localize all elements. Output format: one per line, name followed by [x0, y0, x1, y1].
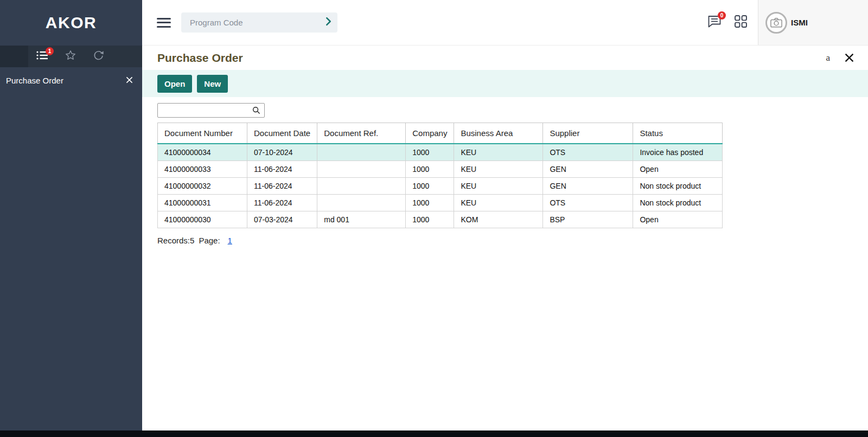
table-cell: 41000000031 — [158, 195, 247, 211]
corner-char: a — [826, 53, 830, 63]
table-cell: 1000 — [406, 195, 454, 211]
sidebar-item-label: Purchase Order — [6, 76, 63, 85]
star-icon — [65, 49, 76, 63]
column-header[interactable]: Document Ref. — [317, 123, 406, 144]
table-cell: 11-06-2024 — [247, 178, 317, 195]
open-programs-badge: 1 — [46, 47, 54, 55]
content: Document NumberDocument DateDocument Ref… — [142, 97, 868, 437]
table-cell: KOM — [454, 211, 543, 228]
program-code-input[interactable] — [189, 17, 326, 28]
messages-button[interactable]: 0 — [707, 15, 722, 30]
column-header[interactable]: Supplier — [543, 123, 633, 144]
table-cell: Open — [633, 211, 723, 228]
table-cell: 41000000030 — [158, 211, 247, 228]
table-cell — [317, 161, 406, 178]
app-logo: AKOR — [46, 14, 97, 32]
messages-badge: 0 — [718, 11, 726, 20]
column-header[interactable]: Document Number — [158, 123, 247, 144]
camera-icon — [770, 17, 782, 28]
column-header[interactable]: Business Area — [454, 123, 543, 144]
page-number-link[interactable]: 1 — [228, 236, 232, 245]
hamburger-menu-icon[interactable] — [157, 15, 171, 30]
page-title-row: Purchase Order a — [142, 46, 868, 70]
page-label: Page: — [199, 236, 220, 245]
user-menu[interactable]: ISMI — [758, 0, 868, 45]
table-cell: GEN — [543, 178, 633, 195]
table-cell: 11-06-2024 — [247, 161, 317, 178]
avatar — [765, 12, 787, 34]
po-table-body: 4100000003407-10-20241000KEUOTSInvoice h… — [158, 144, 723, 228]
history-icon — [93, 49, 105, 63]
table-cell: Open — [633, 161, 723, 178]
table-cell: 1000 — [406, 211, 454, 228]
page-title: Purchase Order — [157, 52, 243, 65]
open-button[interactable]: Open — [157, 75, 192, 93]
table-cell: OTS — [543, 144, 633, 161]
app-window: AKOR 1 — [0, 0, 868, 437]
sidebar-tab-history[interactable] — [85, 46, 113, 67]
column-header[interactable]: Status — [633, 123, 723, 144]
table-cell: KEU — [454, 195, 543, 211]
table-row[interactable]: 4100000003111-06-20241000KEUOTSNon stock… — [158, 195, 723, 211]
table-cell: Non stock product — [633, 178, 723, 195]
table-cell: 1000 — [406, 144, 454, 161]
table-cell: 07-10-2024 — [247, 144, 317, 161]
table-cell: KEU — [454, 161, 543, 178]
table-cell: 11-06-2024 — [247, 195, 317, 211]
table-search-box — [157, 103, 265, 118]
sidebar-tabstrip: 1 — [0, 46, 142, 67]
username: ISMI — [791, 18, 808, 27]
window-bottom-edge — [0, 430, 868, 437]
column-header[interactable]: Company — [406, 123, 454, 144]
table-cell: OTS — [543, 195, 633, 211]
table-footer: Records:5 Page: 1 — [157, 236, 868, 245]
sidebar-tab-open-programs[interactable]: 1 — [28, 46, 56, 67]
table-cell: GEN — [543, 161, 633, 178]
sidebar: AKOR 1 — [0, 0, 142, 437]
table-cell: 41000000032 — [158, 178, 247, 195]
table-cell — [317, 144, 406, 161]
table-search-input[interactable] — [161, 106, 252, 115]
table-cell: 1000 — [406, 161, 454, 178]
table-cell: KEU — [454, 144, 543, 161]
program-code-search — [181, 12, 337, 33]
table-cell: Invoice has posted — [633, 144, 723, 161]
po-table-header-row: Document NumberDocument DateDocument Ref… — [158, 123, 723, 144]
sidebar-tab-blank — [0, 46, 28, 67]
table-cell: 41000000033 — [158, 161, 247, 178]
table-cell — [317, 178, 406, 195]
apps-grid-button[interactable] — [735, 15, 747, 30]
chevron-right-icon[interactable] — [326, 17, 331, 28]
sidebar-tab-favorites[interactable] — [56, 46, 85, 67]
table-cell: md 001 — [317, 211, 406, 228]
close-icon — [845, 53, 854, 62]
table-cell: KEU — [454, 178, 543, 195]
table-cell — [317, 195, 406, 211]
table-cell: 1000 — [406, 178, 454, 195]
action-band: Open New — [142, 70, 868, 97]
table-row[interactable]: 4100000003007-03-2024md 0011000KOMBSPOpe… — [158, 211, 723, 228]
table-cell: 41000000034 — [158, 144, 247, 161]
grid-icon — [735, 15, 747, 30]
close-icon[interactable] — [126, 76, 133, 85]
logo-area: AKOR — [0, 0, 142, 46]
table-row[interactable]: 4100000003311-06-20241000KEUGENOpen — [158, 161, 723, 178]
close-page-button[interactable] — [845, 53, 854, 62]
records-count: Records:5 — [157, 236, 194, 245]
sidebar-item-purchase-order[interactable]: Purchase Order — [0, 67, 142, 93]
new-button[interactable]: New — [197, 75, 228, 93]
table-cell: BSP — [543, 211, 633, 228]
topbar-right: 0 — [707, 0, 868, 45]
table-cell: 07-03-2024 — [247, 211, 317, 228]
topbar: 0 — [142, 0, 868, 46]
table-cell: Non stock product — [633, 195, 723, 211]
search-icon[interactable] — [252, 106, 260, 114]
table-row[interactable]: 4100000003407-10-20241000KEUOTSInvoice h… — [158, 144, 723, 161]
table-row[interactable]: 4100000003211-06-20241000KEUGENNon stock… — [158, 178, 723, 195]
main-area: 0 — [142, 0, 868, 437]
po-table: Document NumberDocument DateDocument Ref… — [157, 123, 723, 228]
column-header[interactable]: Document Date — [247, 123, 317, 144]
